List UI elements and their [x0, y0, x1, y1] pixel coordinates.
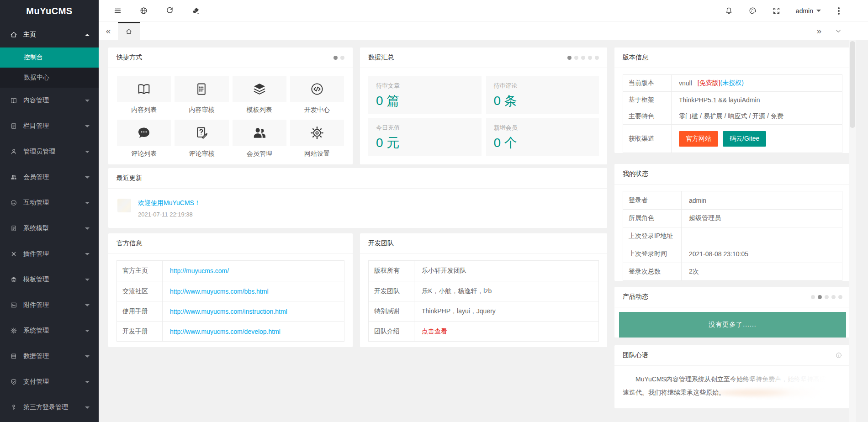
- chat-bubble-icon: [136, 125, 152, 141]
- chevron-down-icon: [85, 279, 90, 281]
- carousel-dot[interactable]: [838, 295, 842, 299]
- tab-home[interactable]: [118, 22, 140, 40]
- shortcut-dev-center[interactable]: 开发中心: [290, 76, 344, 114]
- recent-updates-card: 最近更新 欢迎使用MuYuCMS！ 2021-07-11 22:19:38: [108, 168, 607, 228]
- menu-fold-icon[interactable]: [113, 6, 122, 15]
- sidebar-item-data-mgmt[interactable]: 数据管理: [0, 343, 99, 369]
- page-scrollbar[interactable]: [849, 40, 856, 422]
- chevron-down-icon: [85, 253, 90, 255]
- official-home-link[interactable]: http://muyucms.com/: [170, 267, 229, 274]
- recent-update-item[interactable]: 欢迎使用MuYuCMS！ 2021-07-11 22:19:38: [108, 189, 607, 228]
- refresh-icon[interactable]: [165, 6, 174, 15]
- home-icon: [10, 31, 17, 38]
- sidebar-item-admin-mgmt[interactable]: 管理员管理: [0, 139, 99, 164]
- topbar: admin: [99, 0, 868, 22]
- team-motto-card: 团队心语 MuYuCMS内容管理系统从创立至今始终坚持免费声，始终坚持高质量快速…: [614, 345, 851, 408]
- shortcut-comment-list[interactable]: 评论列表: [117, 120, 171, 158]
- develop-link[interactable]: http://www.muyucms.com/develop.html: [170, 328, 281, 335]
- team-intro-link[interactable]: 点击查看: [422, 327, 447, 336]
- users-icon: [10, 174, 17, 181]
- carousel-dot[interactable]: [831, 295, 836, 299]
- shortcut-member-mgmt[interactable]: 会员管理: [233, 120, 286, 158]
- carousel-dot[interactable]: [595, 56, 599, 60]
- chevron-down-icon: [85, 227, 90, 230]
- bbs-link[interactable]: http://www.muyucms.com/bbs.html: [170, 288, 269, 295]
- scrollbar-thumb[interactable]: [850, 41, 855, 128]
- admin-user-icon: [10, 148, 17, 155]
- unauthorized-tag[interactable]: (未授权): [720, 79, 744, 87]
- carousel-dot[interactable]: [818, 295, 822, 299]
- table-row: 登录次总数 2次: [623, 263, 842, 280]
- carousel-dot[interactable]: [581, 56, 585, 60]
- free-version-tag[interactable]: [免费版]: [698, 79, 720, 87]
- carousel-dot[interactable]: [811, 295, 815, 299]
- table-row: 主要特色 零门槛 / 易扩展 / 响应式 / 开源 / 免费: [623, 108, 842, 124]
- table-row: 特别感谢 ThinkPHP，layui，Jquery: [369, 301, 598, 321]
- card-title: 快捷方式: [116, 53, 142, 62]
- sidebar-item-template-mgmt[interactable]: 模板管理: [0, 267, 99, 292]
- sidebar-item-system-mgmt[interactable]: 系统管理: [0, 318, 99, 343]
- shield-check-icon: [10, 378, 17, 385]
- carousel-dot[interactable]: [588, 56, 592, 60]
- article-link[interactable]: 欢迎使用MuYuCMS！: [138, 199, 201, 207]
- sidebar-item-thirdparty-login[interactable]: 第三方登录管理: [0, 395, 99, 420]
- gitee-button[interactable]: 码云/Gitee: [723, 131, 766, 147]
- stat-value: 0 元: [376, 134, 474, 152]
- sidebar-item-home[interactable]: 主页: [0, 22, 99, 47]
- table-row: 登录者 admin: [623, 191, 842, 209]
- table-row: 开发手册 http://www.muyucms.com/develop.html: [117, 321, 344, 341]
- table-row: 上次登录IP地址: [623, 227, 842, 245]
- sidebar-item-label: 会员管理: [23, 173, 85, 181]
- stat-pending-articles: 待审文章 0 篇: [368, 76, 482, 114]
- brush-icon[interactable]: [191, 6, 200, 15]
- chevron-down-icon: [85, 100, 90, 102]
- topbar-right: admin: [725, 6, 842, 15]
- carousel-dot[interactable]: [340, 56, 344, 60]
- version-name: vnull: [679, 79, 692, 87]
- sidebar-item-payment-mgmt[interactable]: 支付管理: [0, 369, 99, 395]
- tabs-dropdown-icon[interactable]: [835, 28, 842, 34]
- shortcut-template-list[interactable]: 模板列表: [233, 76, 286, 114]
- table-row: 官方主页 http://muyucms.com/: [117, 261, 344, 281]
- layers-icon: [10, 276, 17, 283]
- tabs-scroll-right-icon[interactable]: »: [816, 26, 821, 36]
- shortcut-comment-audit[interactable]: 评论审核: [175, 120, 228, 158]
- list-icon: [10, 122, 17, 130]
- article-thumbnail: [117, 199, 131, 212]
- bell-icon[interactable]: [725, 6, 733, 15]
- key-icon: [10, 404, 17, 411]
- sidebar-item-label: 系统模型: [23, 224, 85, 232]
- instruction-link[interactable]: http://www.muyucms.com/instruction.html: [170, 308, 287, 315]
- sidebar-item-console[interactable]: 控制台: [0, 47, 99, 68]
- sidebar-item-member-mgmt[interactable]: 会员管理: [0, 164, 99, 190]
- sidebar-item-content-mgmt[interactable]: 内容管理: [0, 88, 99, 113]
- user-menu[interactable]: admin: [796, 7, 821, 15]
- stat-value: 0 篇: [376, 92, 474, 110]
- chevron-down-icon: [85, 202, 90, 204]
- palette-icon[interactable]: [748, 6, 757, 15]
- info-icon[interactable]: [835, 352, 842, 359]
- shortcut-content-audit[interactable]: 内容审核: [175, 76, 228, 114]
- table-row: 基于框架 ThinkPHP5.1 && layuiAdmin: [623, 91, 842, 108]
- image-icon: [10, 301, 17, 309]
- sidebar-item-data-center[interactable]: 数据中心: [0, 68, 99, 88]
- more-menu-icon[interactable]: [838, 10, 840, 12]
- carousel-dot[interactable]: [333, 56, 338, 60]
- tabs-scroll-left-icon[interactable]: «: [99, 22, 118, 40]
- fullscreen-icon[interactable]: [772, 6, 781, 15]
- sidebar-item-plugin-mgmt[interactable]: 插件管理: [0, 241, 99, 267]
- sidebar-item-label: 模板管理: [23, 275, 85, 284]
- carousel-dot[interactable]: [567, 56, 572, 60]
- globe-icon[interactable]: [139, 6, 148, 15]
- sidebar-item-interaction-mgmt[interactable]: 互动管理: [0, 190, 99, 216]
- carousel-dot[interactable]: [825, 295, 829, 299]
- sidebar-item-attachment-mgmt[interactable]: 附件管理: [0, 292, 99, 318]
- shortcut-content-list[interactable]: 内容列表: [117, 76, 171, 114]
- carousel-dot[interactable]: [574, 56, 578, 60]
- sidebar-item-system-model[interactable]: 系统模型: [0, 216, 99, 241]
- sidebar-item-column-mgmt[interactable]: 栏目管理: [0, 113, 99, 139]
- stat-new-members: 新增会员 0 个: [486, 118, 599, 156]
- shortcut-site-settings[interactable]: 网站设置: [290, 120, 344, 158]
- version-info-card: 版本信息 当前版本 vnull [免费版] (未授权) 基于框架: [614, 47, 851, 153]
- official-site-button[interactable]: 官方网站: [679, 131, 718, 147]
